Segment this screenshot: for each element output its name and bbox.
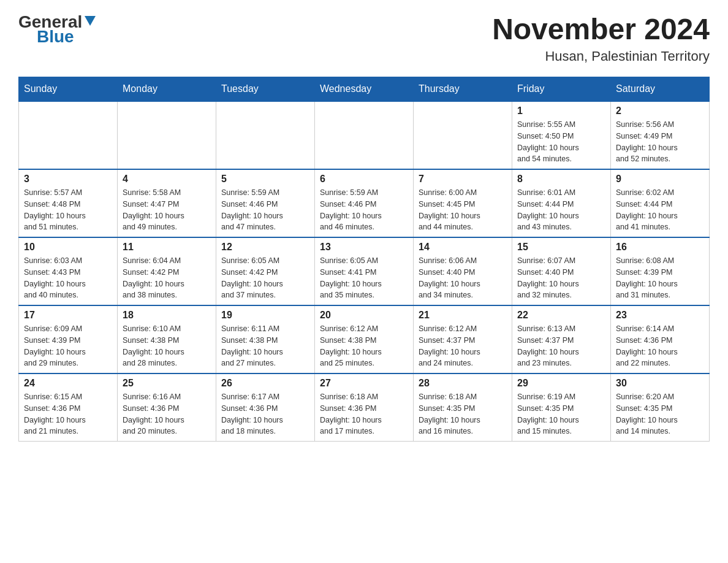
calendar-cell: 3Sunrise: 5:57 AMSunset: 4:48 PMDaylight… <box>19 169 118 237</box>
week-row-4: 17Sunrise: 6:09 AMSunset: 4:39 PMDayligh… <box>19 305 710 373</box>
day-number: 21 <box>419 310 507 321</box>
calendar-cell: 8Sunrise: 6:01 AMSunset: 4:44 PMDaylight… <box>512 169 611 237</box>
day-number: 26 <box>221 378 309 389</box>
calendar-cell: 5Sunrise: 5:59 AMSunset: 4:46 PMDaylight… <box>216 169 315 237</box>
day-number: 9 <box>616 174 704 185</box>
day-info: Sunrise: 5:59 AMSunset: 4:46 PMDaylight:… <box>221 187 309 233</box>
calendar-cell: 20Sunrise: 6:12 AMSunset: 4:38 PMDayligh… <box>315 305 414 373</box>
calendar-cell <box>19 101 118 169</box>
day-number: 28 <box>419 378 507 389</box>
calendar-cell: 25Sunrise: 6:16 AMSunset: 4:36 PMDayligh… <box>118 373 216 442</box>
calendar-cell: 7Sunrise: 6:00 AMSunset: 4:45 PMDaylight… <box>414 169 512 237</box>
calendar-cell: 13Sunrise: 6:05 AMSunset: 4:41 PMDayligh… <box>315 237 414 305</box>
page-header: General Blue November 2024 Husan, Palest… <box>18 12 710 64</box>
day-info: Sunrise: 6:09 AMSunset: 4:39 PMDaylight:… <box>24 323 112 369</box>
calendar-cell: 12Sunrise: 6:05 AMSunset: 4:42 PMDayligh… <box>216 237 315 305</box>
day-number: 17 <box>24 310 112 321</box>
day-info: Sunrise: 6:11 AMSunset: 4:38 PMDaylight:… <box>221 323 309 369</box>
day-info: Sunrise: 6:18 AMSunset: 4:35 PMDaylight:… <box>419 391 507 437</box>
day-info: Sunrise: 6:19 AMSunset: 4:35 PMDaylight:… <box>517 391 605 437</box>
day-info: Sunrise: 6:18 AMSunset: 4:36 PMDaylight:… <box>320 391 408 437</box>
calendar-cell: 1Sunrise: 5:55 AMSunset: 4:50 PMDaylight… <box>512 101 611 169</box>
day-info: Sunrise: 6:04 AMSunset: 4:42 PMDaylight:… <box>123 255 211 301</box>
day-info: Sunrise: 6:05 AMSunset: 4:41 PMDaylight:… <box>320 255 408 301</box>
calendar-cell: 18Sunrise: 6:10 AMSunset: 4:38 PMDayligh… <box>118 305 216 373</box>
day-info: Sunrise: 6:06 AMSunset: 4:40 PMDaylight:… <box>419 255 507 301</box>
calendar-cell: 29Sunrise: 6:19 AMSunset: 4:35 PMDayligh… <box>512 373 611 442</box>
day-number: 29 <box>517 378 605 389</box>
calendar-cell: 26Sunrise: 6:17 AMSunset: 4:36 PMDayligh… <box>216 373 315 442</box>
calendar-cell <box>315 101 414 169</box>
day-number: 12 <box>221 242 309 253</box>
calendar-cell: 11Sunrise: 6:04 AMSunset: 4:42 PMDayligh… <box>118 237 216 305</box>
week-row-1: 1Sunrise: 5:55 AMSunset: 4:50 PMDaylight… <box>19 101 710 169</box>
day-number: 22 <box>517 310 605 321</box>
day-number: 7 <box>419 174 507 185</box>
calendar-cell: 16Sunrise: 6:08 AMSunset: 4:39 PMDayligh… <box>611 237 710 305</box>
day-info: Sunrise: 6:05 AMSunset: 4:42 PMDaylight:… <box>221 255 309 301</box>
calendar-cell: 4Sunrise: 5:58 AMSunset: 4:47 PMDaylight… <box>118 169 216 237</box>
calendar-subtitle: Husan, Palestinian Territory <box>492 48 710 64</box>
weekday-header-tuesday: Tuesday <box>216 77 315 102</box>
day-number: 13 <box>320 242 408 253</box>
calendar-table: SundayMondayTuesdayWednesdayThursdayFrid… <box>18 77 710 442</box>
weekday-header-thursday: Thursday <box>414 77 512 102</box>
day-number: 30 <box>616 378 704 389</box>
day-number: 16 <box>616 242 704 253</box>
calendar-cell: 6Sunrise: 5:59 AMSunset: 4:46 PMDaylight… <box>315 169 414 237</box>
day-info: Sunrise: 6:08 AMSunset: 4:39 PMDaylight:… <box>616 255 704 301</box>
day-number: 15 <box>517 242 605 253</box>
calendar-cell: 28Sunrise: 6:18 AMSunset: 4:35 PMDayligh… <box>414 373 512 442</box>
day-info: Sunrise: 6:20 AMSunset: 4:35 PMDaylight:… <box>616 391 704 437</box>
day-info: Sunrise: 5:55 AMSunset: 4:50 PMDaylight:… <box>517 119 605 165</box>
weekday-header-monday: Monday <box>118 77 216 102</box>
day-info: Sunrise: 6:14 AMSunset: 4:36 PMDaylight:… <box>616 323 704 369</box>
day-info: Sunrise: 6:02 AMSunset: 4:44 PMDaylight:… <box>616 187 704 233</box>
day-info: Sunrise: 6:13 AMSunset: 4:37 PMDaylight:… <box>517 323 605 369</box>
day-info: Sunrise: 6:03 AMSunset: 4:43 PMDaylight:… <box>24 255 112 301</box>
day-number: 14 <box>419 242 507 253</box>
day-number: 3 <box>24 174 112 185</box>
day-number: 23 <box>616 310 704 321</box>
calendar-cell: 15Sunrise: 6:07 AMSunset: 4:40 PMDayligh… <box>512 237 611 305</box>
day-number: 24 <box>24 378 112 389</box>
week-row-2: 3Sunrise: 5:57 AMSunset: 4:48 PMDaylight… <box>19 169 710 237</box>
logo-triangle-icon <box>85 16 96 26</box>
logo-blue-text: Blue <box>18 27 74 47</box>
day-info: Sunrise: 6:01 AMSunset: 4:44 PMDaylight:… <box>517 187 605 233</box>
calendar-cell <box>118 101 216 169</box>
day-number: 20 <box>320 310 408 321</box>
day-number: 6 <box>320 174 408 185</box>
day-number: 4 <box>123 174 211 185</box>
calendar-cell: 22Sunrise: 6:13 AMSunset: 4:37 PMDayligh… <box>512 305 611 373</box>
day-info: Sunrise: 6:17 AMSunset: 4:36 PMDaylight:… <box>221 391 309 437</box>
weekday-header-saturday: Saturday <box>611 77 710 102</box>
day-info: Sunrise: 5:56 AMSunset: 4:49 PMDaylight:… <box>616 119 704 165</box>
day-info: Sunrise: 6:12 AMSunset: 4:38 PMDaylight:… <box>320 323 408 369</box>
day-info: Sunrise: 6:07 AMSunset: 4:40 PMDaylight:… <box>517 255 605 301</box>
calendar-cell: 23Sunrise: 6:14 AMSunset: 4:36 PMDayligh… <box>611 305 710 373</box>
calendar-title: November 2024 <box>492 12 710 46</box>
day-number: 2 <box>616 105 704 117</box>
day-info: Sunrise: 5:59 AMSunset: 4:46 PMDaylight:… <box>320 187 408 233</box>
day-info: Sunrise: 5:58 AMSunset: 4:47 PMDaylight:… <box>123 187 211 233</box>
day-number: 27 <box>320 378 408 389</box>
week-row-5: 24Sunrise: 6:15 AMSunset: 4:36 PMDayligh… <box>19 373 710 442</box>
calendar-cell: 30Sunrise: 6:20 AMSunset: 4:35 PMDayligh… <box>611 373 710 442</box>
title-block: November 2024 Husan, Palestinian Territo… <box>492 12 710 64</box>
calendar-cell <box>414 101 512 169</box>
week-row-3: 10Sunrise: 6:03 AMSunset: 4:43 PMDayligh… <box>19 237 710 305</box>
day-number: 25 <box>123 378 211 389</box>
day-number: 1 <box>517 105 605 117</box>
calendar-cell <box>216 101 315 169</box>
day-info: Sunrise: 6:00 AMSunset: 4:45 PMDaylight:… <box>419 187 507 233</box>
day-info: Sunrise: 6:15 AMSunset: 4:36 PMDaylight:… <box>24 391 112 437</box>
logo: General Blue <box>18 12 96 47</box>
calendar-cell: 21Sunrise: 6:12 AMSunset: 4:37 PMDayligh… <box>414 305 512 373</box>
day-number: 11 <box>123 242 211 253</box>
calendar-cell: 14Sunrise: 6:06 AMSunset: 4:40 PMDayligh… <box>414 237 512 305</box>
day-number: 18 <box>123 310 211 321</box>
day-info: Sunrise: 6:16 AMSunset: 4:36 PMDaylight:… <box>123 391 211 437</box>
weekday-header-sunday: Sunday <box>19 77 118 102</box>
calendar-cell: 17Sunrise: 6:09 AMSunset: 4:39 PMDayligh… <box>19 305 118 373</box>
